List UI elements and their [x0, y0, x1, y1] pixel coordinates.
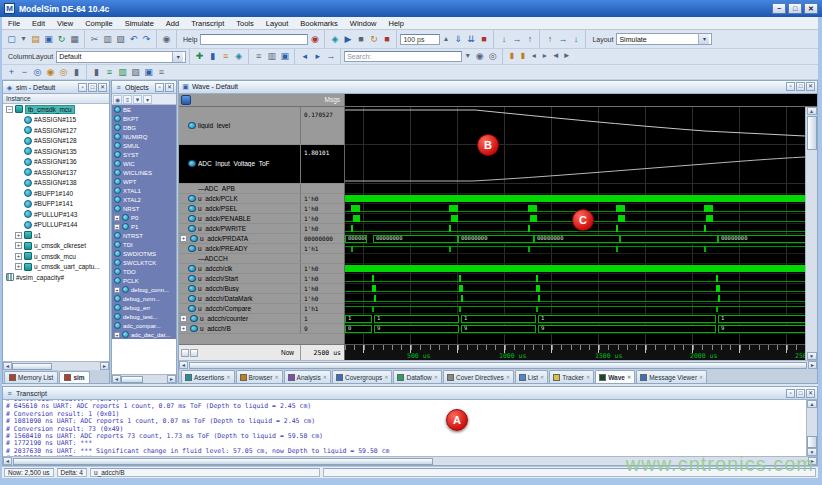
new-dropdown-icon[interactable]: ▾ [18, 33, 29, 46]
zoom-out-icon[interactable]: − [18, 66, 31, 79]
scroll-thumb[interactable] [807, 436, 817, 448]
menu-item[interactable]: Edit [26, 19, 51, 28]
scroll-right-icon[interactable]: ► [167, 375, 176, 383]
objects-close-icon[interactable]: ✕ [165, 83, 174, 92]
search-regex-icon[interactable]: ◎ [486, 50, 499, 63]
scroll-thumb[interactable] [189, 362, 807, 369]
cursor-lock-icon[interactable] [190, 349, 198, 357]
tree-item[interactable]: u_cmsdk_uart_captu... [3, 262, 109, 273]
select-mode-icon[interactable]: ▮ [90, 66, 103, 79]
wave-cursor-add-icon[interactable]: ▮ [506, 50, 517, 63]
object-item[interactable]: TDI [112, 240, 176, 249]
timeline-ruler[interactable]: 500 us 1000 us 1500 us 2000 us 250 [345, 344, 805, 360]
search-exact-icon[interactable]: ◉ [473, 50, 486, 63]
step-current-icon[interactable]: ↑ [543, 33, 556, 46]
menu-item[interactable]: Tools [230, 19, 260, 28]
undo-icon[interactable]: ↶ [127, 33, 140, 46]
object-item[interactable]: WPT [112, 177, 176, 186]
bookmark-icon[interactable]: ▣ [142, 66, 155, 79]
expand-icon[interactable] [15, 263, 22, 270]
object-item[interactable]: debug_conn... [112, 285, 176, 294]
maximize-button[interactable]: □ [788, 3, 802, 14]
tree-item[interactable]: #ASSIGN#128 [3, 136, 109, 147]
zoom-full-icon[interactable]: ◎ [31, 66, 44, 79]
layout-dropdown-icon[interactable]: ▾ [698, 34, 709, 44]
tree-item[interactable]: #vsim_capacity# [3, 272, 109, 283]
window-tab[interactable]: Covergroups ✕ [332, 370, 392, 383]
copy-icon[interactable]: ▥ [101, 33, 114, 46]
window-tab[interactable]: Tracker ✕ [549, 370, 594, 383]
window-tab[interactable]: Wave ✕ [595, 370, 635, 383]
window-tab[interactable]: Analysis ✕ [284, 370, 331, 383]
object-item[interactable]: P0 [112, 213, 176, 222]
tree-item[interactable]: #ASSIGN#137 [3, 167, 109, 178]
cursor-next-icon[interactable]: ▸ [539, 50, 550, 63]
wave-signal-row[interactable]: u_adck/PCLK 1'h0 [179, 194, 344, 204]
wave-close-icon[interactable]: ✕ [806, 82, 815, 91]
scroll-up-icon[interactable]: ▲ [807, 107, 817, 115]
sim-panel-header[interactable]: ◈ sim - Default ▫ □ ✕ [3, 81, 109, 94]
scroll-thumb[interactable] [13, 458, 433, 465]
objects-options-icon[interactable]: ▾ [143, 95, 152, 104]
object-item[interactable]: SMUL [112, 141, 176, 150]
save-icon[interactable]: ▣ [42, 33, 55, 46]
step-over-icon[interactable]: → [510, 33, 523, 46]
dock-icon[interactable]: ▣ [278, 50, 291, 63]
tree-item[interactable]: u1 [3, 230, 109, 241]
find-previous-icon[interactable]: ◂ [298, 50, 311, 63]
break-icon[interactable]: ■ [380, 33, 393, 46]
menu-item[interactable]: Layout [260, 19, 295, 28]
search-input[interactable]: Search: [344, 51, 462, 62]
wave-float-icon[interactable]: □ [796, 82, 805, 91]
zoom-cursor-icon[interactable]: ◎ [57, 66, 70, 79]
menu-item[interactable]: File [2, 19, 26, 28]
objects-panel-header[interactable]: ≡ Objects ▫ ✕ [112, 81, 176, 94]
layout-select[interactable]: Simulate ▾ [616, 33, 712, 45]
object-item[interactable]: adc_dac_dat... [112, 330, 176, 339]
wave-group-icon[interactable] [181, 95, 191, 105]
scroll-left-icon[interactable]: ◄ [179, 361, 188, 369]
run-length-input[interactable]: 100 ps [400, 34, 440, 45]
step-into-icon[interactable]: ↓ [569, 33, 582, 46]
wave-signal-row[interactable]: ADC_APB [179, 184, 344, 194]
edit-wave-icon[interactable]: ≡ [219, 50, 232, 63]
wave-horizontal-scrollbar[interactable]: ◄ ► [179, 360, 817, 369]
transcript-log[interactable]: # Conversion result: 4 (0x04)# 645610 ns… [3, 400, 806, 456]
minimize-button[interactable]: − [772, 3, 786, 14]
expand-icon[interactable] [180, 235, 187, 242]
scroll-left-icon[interactable]: ◄ [3, 457, 12, 465]
edge-next-icon[interactable]: ► [561, 50, 572, 63]
window-tab[interactable]: Browser ✕ [236, 370, 283, 383]
object-item[interactable]: adc_compar... [112, 321, 176, 330]
object-item[interactable]: NTRST [112, 231, 176, 240]
object-item[interactable]: BKPT [112, 114, 176, 123]
transcript-dock-icon[interactable]: ▫ [786, 389, 795, 398]
wave-signal-row[interactable]: u_adcch/counter 1 [179, 314, 344, 324]
step-icon[interactable]: ↓ [497, 33, 510, 46]
object-item[interactable]: NUMIRQ [112, 132, 176, 141]
transcript-header[interactable]: ≡ Transcript ▫ □ ✕ [3, 387, 817, 400]
continue-run-icon[interactable]: ⇊ [464, 33, 477, 46]
wave-dock-icon[interactable]: ▫ [786, 82, 795, 91]
stop-sim-icon[interactable]: ■ [354, 33, 367, 46]
object-item[interactable]: NRST [112, 204, 176, 213]
object-item[interactable]: debug_err [112, 303, 176, 312]
insert-mode-icon[interactable]: ≡ [103, 66, 116, 79]
tab-close-icon[interactable]: ✕ [323, 374, 327, 380]
simulate-icon[interactable]: ▶ [341, 33, 354, 46]
scroll-right-icon[interactable]: ► [808, 361, 817, 369]
scroll-left-icon[interactable]: ◄ [112, 375, 121, 383]
split-icon[interactable]: ▥ [265, 50, 278, 63]
scroll-thumb[interactable] [121, 376, 143, 383]
zoom-range-icon[interactable]: ◉ [44, 66, 57, 79]
tree-item[interactable]: #PULLUP#144 [3, 220, 109, 231]
window-tab[interactable]: Assertions ✕ [181, 370, 235, 383]
sim-dock-icon[interactable]: ▫ [78, 83, 87, 92]
sim-float-icon[interactable]: □ [88, 83, 97, 92]
expand-icon[interactable] [114, 224, 120, 230]
object-item[interactable]: SWCLKTCK [112, 258, 176, 267]
object-item[interactable]: TDO [112, 267, 176, 276]
expand-time-icon[interactable]: ▥ [116, 66, 129, 79]
wave-signal-row[interactable]: u_adcch/clk 1'h0 [179, 264, 344, 274]
columnlayout-dropdown-icon[interactable]: ▾ [172, 52, 183, 62]
